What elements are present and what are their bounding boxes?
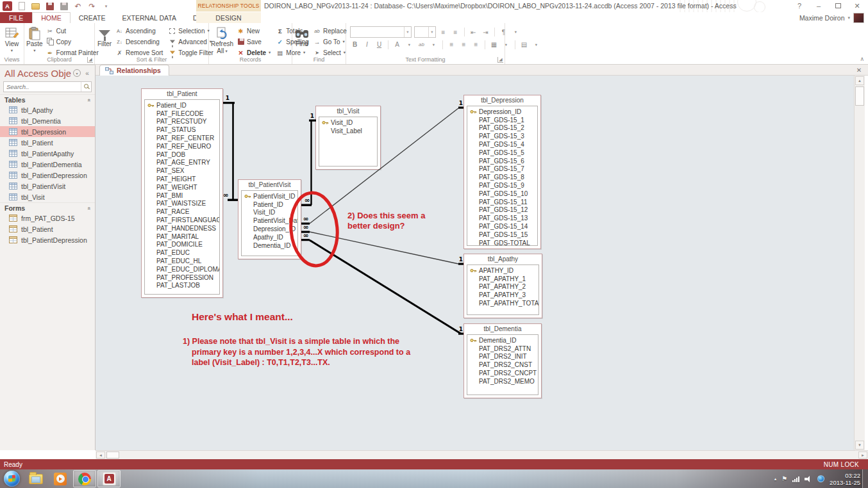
relationship-patientvisit-dementia[interactable]: ∞ 1 (301, 231, 463, 335)
field-row-PAT_GDS-15_2[interactable]: PAT_GDS-15_2 (467, 124, 537, 133)
field-row-PAT_GDS-15_12[interactable]: PAT_GDS-15_12 (467, 206, 537, 215)
taskbar-explorer-button[interactable] (24, 470, 47, 487)
font-size-combo[interactable]: ▾ (414, 26, 436, 38)
field-row-PAT_LASTJOB[interactable]: PAT_LASTJOB (145, 282, 219, 290)
field-row-PAT_GDS-15_7[interactable]: PAT_GDS-15_7 (467, 165, 537, 174)
font-color-button[interactable]: A (392, 40, 402, 49)
nav-item-tbl_PatientDementia[interactable]: tbl_PatientDementia (0, 159, 95, 170)
action-center-flag-icon[interactable]: ⚑ (781, 475, 787, 482)
advanced-button[interactable]: Advanced▾ (166, 37, 215, 47)
highlight-color-button[interactable]: ab (417, 40, 426, 49)
field-row-PAT_APATHY_2[interactable]: PAT_APATHY_2 (467, 283, 538, 291)
table-box-tbl_Apathy[interactable]: tbl_ApathyAPATHY_IDPAT_APATHY_1PAT_APATH… (463, 254, 542, 318)
field-row-Depression_ID[interactable]: Depression_ID (467, 108, 537, 116)
replace-button[interactable]: abReplace (311, 26, 349, 36)
bold-button[interactable]: B (350, 40, 360, 49)
increase-indent-button[interactable]: ⇥ (481, 28, 490, 37)
field-row-PAT_PROFESSION[interactable]: PAT_PROFESSION (145, 273, 219, 282)
table-box-title[interactable]: tbl_Apathy (464, 254, 542, 264)
clipboard-dialog-launcher[interactable]: ◢ (87, 57, 93, 63)
nav-item-tbl_PatientDepression[interactable]: tbl_PatientDepression (0, 234, 95, 245)
field-row-PAT_GDS-15_5[interactable]: PAT_GDS-15_5 (467, 149, 537, 157)
table-box-title[interactable]: tbl_PatientVisit (238, 180, 301, 190)
field-row-PAT_GDS-15_9[interactable]: PAT_GDS-15_9 (467, 181, 537, 190)
nav-menu-button[interactable]: ▾ (72, 68, 82, 78)
shutter-close-button[interactable]: « (82, 68, 92, 78)
field-row-PAT_MARITAL[interactable]: PAT_MARITAL (145, 232, 219, 241)
selection-button[interactable]: Selection▾ (166, 26, 215, 36)
field-row-PAT_GDS-15_8[interactable]: PAT_GDS-15_8 (467, 173, 537, 181)
network-signal-icon[interactable] (792, 476, 799, 482)
field-row-PAT_GDS-15_4[interactable]: PAT_GDS-15_4 (467, 140, 537, 149)
tab-file[interactable]: FILE (0, 12, 32, 23)
field-row-PAT_WAISTSIZE[interactable]: PAT_WAISTSIZE (145, 200, 219, 208)
field-row-PAT_DRS2_CNCPT[interactable]: PAT_DRS2_CNCPT (467, 369, 538, 377)
save-as-icon[interactable] (59, 1, 69, 11)
field-row-PAT_REF_NEURO[interactable]: PAT_REF_NEURO (145, 142, 219, 150)
field-row-PAT_DRS2_INIT[interactable]: PAT_DRS2_INIT (467, 353, 538, 361)
italic-button[interactable]: I (362, 40, 372, 49)
align-center-button[interactable]: ≡ (459, 40, 469, 49)
vertical-scrollbar[interactable]: ▲ ▼ (854, 76, 865, 450)
field-row-PAT_BMI[interactable]: PAT_BMI (145, 191, 219, 200)
field-row-Patient_ID[interactable]: Patient_ID (242, 200, 297, 209)
relationship-visit-patientvisit[interactable]: 1 ∞ (301, 113, 316, 206)
field-row-PAT_AGE_ENTRY[interactable]: PAT_AGE_ENTRY (145, 159, 219, 167)
field-row-PAT_EDUC_DIPLOMA[interactable]: PAT_EDUC_DIPLOMA (145, 265, 219, 273)
save-icon[interactable] (45, 1, 54, 11)
relationships-canvas[interactable]: tbl_PatientPatient_IDPAT_FILECODEPAT_REC… (96, 76, 854, 450)
nav-item-tbl_PatientVisit[interactable]: tbl_PatientVisit (0, 181, 95, 191)
field-row-PAT_GDS-15_13[interactable]: PAT_GDS-15_13 (467, 214, 537, 222)
customize-qat-icon[interactable]: ▾ (101, 1, 111, 11)
table-box-tbl_Dementia[interactable]: tbl_DementiaDementia_IDPAT_DRS2_ATTNPAT_… (463, 323, 542, 398)
avatar[interactable] (853, 13, 864, 23)
scroll-down-button[interactable]: ▼ (855, 441, 864, 450)
find-button[interactable]: Find (294, 25, 310, 56)
field-row-PAT_GDS-15_10[interactable]: PAT_GDS-15_10 (467, 190, 537, 198)
close-document-button[interactable]: ✕ (854, 65, 864, 75)
volume-icon[interactable] (805, 476, 812, 482)
tab-create[interactable]: CREATE (71, 12, 114, 23)
taskbar-chrome-button[interactable] (73, 470, 96, 487)
new-file-icon[interactable] (17, 1, 26, 11)
field-row-PAT_GDS-15_3[interactable]: PAT_GDS-15_3 (467, 132, 537, 140)
nav-item-tbl_PatientDepression[interactable]: tbl_PatientDepression (0, 170, 95, 181)
save-record-button[interactable]: Save (235, 37, 272, 47)
tray-expand-icon[interactable]: ▴ (774, 476, 777, 482)
field-row-PAT_GDS-15_6[interactable]: PAT_GDS-15_6 (467, 157, 537, 165)
show-desktop-button[interactable] (862, 469, 868, 488)
decrease-indent-button[interactable]: ⇤ (469, 28, 478, 37)
taskbar-clock[interactable]: 03:22 2013-11-25 (830, 472, 860, 486)
field-row-PatientVisit_ID[interactable]: PatientVisit_ID (242, 192, 297, 200)
field-row-APATHY_ID[interactable]: APATHY_ID (467, 266, 538, 275)
field-row-Visit_ID[interactable]: Visit_ID (242, 209, 297, 217)
paste-button[interactable]: Paste ▾ (26, 25, 43, 56)
open-file-icon[interactable] (31, 1, 40, 11)
nav-item-tbl_Apathy[interactable]: tbl_Apathy (0, 104, 95, 115)
ascending-button[interactable]: A↓Ascending (113, 26, 165, 36)
cut-button[interactable]: ✂Cut (44, 26, 101, 36)
text-direction-button[interactable]: ¶ (499, 28, 508, 37)
help-button[interactable]: ? (791, 0, 808, 12)
nav-item-tbl_Patient[interactable]: tbl_Patient (0, 137, 95, 148)
scroll-up-button[interactable]: ▲ (855, 76, 864, 85)
field-row-PAT_DRS2_MEMO[interactable]: PAT_DRS2_MEMO (467, 377, 538, 386)
nav-item-tbl_Patient[interactable]: tbl_Patient (0, 224, 95, 234)
network-status-icon[interactable] (817, 475, 824, 482)
goto-button[interactable]: →Go To▾ (311, 37, 349, 47)
vertical-scroll-thumb[interactable] (855, 86, 864, 106)
table-box-title[interactable]: tbl_Visit (316, 106, 380, 116)
undo-icon[interactable]: ↶ (73, 1, 83, 11)
text-formatting-dialog-launcher[interactable]: ◢ (497, 57, 503, 63)
horizontal-scroll-thumb[interactable] (106, 451, 119, 459)
field-row-Dementia_ID[interactable]: Dementia_ID (467, 336, 538, 345)
redo-icon[interactable]: ↷ (87, 1, 97, 11)
nav-item-tbl_Depression[interactable]: tbl_Depression (0, 126, 95, 137)
field-row-Apathy_ID[interactable]: Apathy_ID (242, 233, 297, 241)
field-row-PAT_DRS2_CNST[interactable]: PAT_DRS2_CNST (467, 361, 538, 369)
field-row-PAT_DOMICILE[interactable]: PAT_DOMICILE (145, 241, 219, 249)
refresh-all-button[interactable]: Refresh All▾ (211, 25, 233, 56)
align-right-button[interactable]: ≡ (471, 40, 481, 49)
table-box-tbl_Visit[interactable]: tbl_VisitVisit_IDVisit_Label (315, 106, 381, 170)
field-row-PAT_FIRSTLANGUAGE[interactable]: PAT_FIRSTLANGUAGE (145, 216, 219, 224)
